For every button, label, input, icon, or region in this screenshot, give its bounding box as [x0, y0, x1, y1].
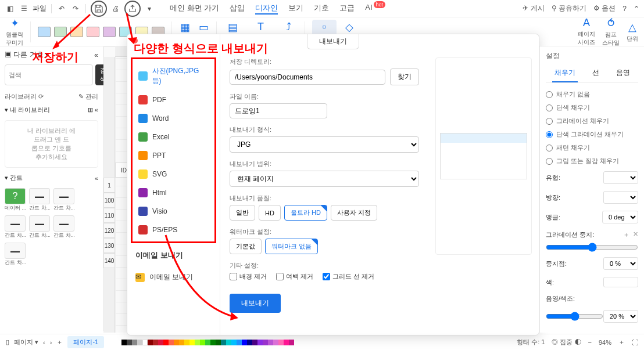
fill-none[interactable]: 채우기 없음: [546, 88, 638, 101]
manage-link[interactable]: ✎ 관리: [78, 92, 98, 101]
filename-input[interactable]: [230, 103, 327, 118]
format-word[interactable]: Word: [133, 109, 214, 128]
direction-select[interactable]: [603, 191, 638, 204]
page-tab[interactable]: 페이지-1: [67, 336, 104, 348]
fill-solid-gradient[interactable]: 단색 그라데이션 채우기: [546, 128, 638, 141]
watermark-none[interactable]: 워터마크 없음: [265, 239, 318, 254]
menu-tabs: 메인 화면 가기 삽입 디자인 보기 기호 고급 AIhot: [170, 3, 385, 15]
oneclick-style-button[interactable]: ✦원클릭 꾸미기: [6, 17, 23, 47]
sidebar-toggle-icon[interactable]: ◧: [5, 3, 15, 14]
thumb-gantt[interactable]: ▬▬: [29, 188, 50, 204]
angle-select[interactable]: 0 deg: [602, 211, 638, 223]
share-button[interactable]: ⚲ 공유하기: [552, 3, 586, 13]
chk-remove-margin[interactable]: 여백 제거: [276, 272, 313, 281]
tab-fill[interactable]: 채우기: [552, 64, 578, 82]
dir-input[interactable]: [230, 70, 385, 85]
quality-custom[interactable]: 사용자 지정: [331, 205, 377, 221]
row-header[interactable]: 140: [103, 253, 115, 268]
shade-value[interactable]: 20 %: [603, 310, 638, 323]
format-visio[interactable]: Visio: [133, 202, 214, 221]
status-bar: ▯ 페이지 ▾ ‹ › ＋ 페이지-1 형태 수: 1 ◎ 집중 ◐ − 94%…: [0, 334, 644, 350]
row-header[interactable]: 110: [103, 208, 115, 223]
tab-design[interactable]: 디자인: [255, 3, 278, 15]
type-select[interactable]: [603, 171, 638, 184]
help-icon[interactable]: ?: [622, 5, 627, 13]
chk-remove-grid[interactable]: 그리드 선 제거: [323, 272, 374, 281]
thumb-gantt[interactable]: ▬▬: [53, 188, 74, 204]
add-page-icon[interactable]: ＋: [56, 338, 63, 347]
preview-thumbnail: [440, 133, 527, 179]
color-strip[interactable]: [121, 340, 294, 345]
find-button[interactable]: 찾기: [390, 68, 419, 85]
tab-ai[interactable]: AIhot: [365, 3, 385, 15]
row-header[interactable]: 100: [103, 193, 115, 208]
file-menu[interactable]: 파일: [33, 3, 46, 13]
gantt-collapse-icon[interactable]: «: [95, 175, 98, 182]
thumb-gantt[interactable]: ▬▬: [5, 243, 26, 259]
quality-normal[interactable]: 일반: [230, 205, 255, 221]
tab-advanced[interactable]: 고급: [339, 3, 355, 15]
library-label[interactable]: 라이브러리 ⟳: [5, 92, 44, 101]
tab-symbol[interactable]: 기호: [314, 3, 329, 15]
format-pdf[interactable]: PDF: [133, 91, 214, 109]
thumb-gantt[interactable]: ▬▬: [29, 215, 50, 232]
tab-view[interactable]: 보기: [288, 3, 303, 15]
print-icon[interactable]: 🖨: [110, 3, 121, 14]
fill-texture[interactable]: 그림 또는 질감 채우기: [546, 154, 638, 168]
midpoint-select[interactable]: 0 %: [603, 257, 638, 270]
next-page-icon[interactable]: ›: [50, 339, 52, 346]
prev-page-icon[interactable]: ‹: [43, 339, 45, 346]
quality-hd[interactable]: HD: [259, 205, 281, 221]
add-stop-icon[interactable]: ＋: [623, 230, 629, 239]
row-header[interactable]: 120: [103, 223, 115, 238]
mylib-add-icon[interactable]: ⊞ «: [88, 106, 98, 114]
thumb-gantt[interactable]: ▬▬: [5, 215, 26, 232]
tab-shadow[interactable]: 음영: [614, 64, 632, 82]
jumpstyle-button[interactable]: ⥀점프 스타일: [602, 17, 620, 47]
publish-button[interactable]: ✈ 게시: [523, 3, 544, 13]
tab-line[interactable]: 선: [590, 64, 602, 82]
thumb-gantt[interactable]: ▬▬: [53, 215, 74, 232]
format-excel[interactable]: Excel: [133, 128, 214, 146]
zoom-in-icon[interactable]: ＋: [618, 338, 625, 347]
color-swatch[interactable]: [603, 277, 638, 287]
unit-button[interactable]: △단위: [627, 21, 638, 43]
layout-icon[interactable]: ▯: [6, 338, 9, 346]
shade-slider[interactable]: [546, 312, 603, 321]
thumb-label: 데이터 ...: [5, 204, 26, 212]
format-html[interactable]: Html: [133, 183, 214, 202]
tab-insert[interactable]: 삽입: [230, 3, 245, 15]
options-button[interactable]: ⚙ 옵션: [593, 3, 616, 13]
range-label: 내보내기 범위:: [230, 160, 419, 168]
zoom-value[interactable]: 94%: [599, 339, 611, 346]
quality-ultrahd[interactable]: 울트라 HD: [284, 205, 327, 221]
range-select[interactable]: 현재 페이지: [230, 171, 419, 187]
fill-solid[interactable]: 단색 채우기: [546, 101, 638, 114]
format-svg[interactable]: SVG: [133, 165, 214, 183]
mylib-toggle[interactable]: ▾ 내 라이브러리: [5, 106, 50, 114]
fit-icon[interactable]: ⛶: [632, 339, 638, 346]
format-list: 사진(PNG,JPG 등) PDF Word Excel PPT SVG Htm…: [131, 57, 216, 243]
remove-stop-icon[interactable]: ✕: [633, 230, 638, 239]
format-ppt[interactable]: PPT: [133, 146, 214, 165]
gantt-toggle[interactable]: ▾ 간트: [5, 174, 23, 182]
fill-pattern[interactable]: 패턴 채우기: [546, 141, 638, 154]
format-photo[interactable]: 사진(PNG,JPG 등): [133, 62, 214, 91]
zoom-out-icon[interactable]: −: [588, 339, 592, 346]
focus-toggle[interactable]: ◎ 집중 ◐: [552, 338, 581, 347]
format-select[interactable]: JPG: [230, 136, 419, 153]
chevron-down-icon[interactable]: ▾: [144, 3, 155, 14]
thumb-help[interactable]: ?: [5, 188, 26, 204]
tab-home[interactable]: 메인 화면 가기: [170, 3, 219, 15]
gradient-slider[interactable]: [546, 243, 638, 252]
collapse-icon[interactable]: ⌃: [634, 5, 639, 13]
search-input[interactable]: [5, 64, 93, 85]
direction-label: 방향:: [546, 193, 560, 202]
fill-gradient[interactable]: 그라데이션 채우기: [546, 114, 638, 128]
pagesize-button[interactable]: A페이지 사이즈: [578, 17, 595, 46]
menu-icon[interactable]: ☰: [19, 3, 29, 14]
page-dropdown[interactable]: 페이지 ▾: [14, 338, 38, 347]
row-header[interactable]: 130: [103, 238, 115, 253]
row-header[interactable]: 1: [103, 178, 115, 193]
mylib-dropzone[interactable]: 내 라이브러리 에 드래그 앤 드 롭으로 기호를 추가하세요: [5, 120, 98, 168]
